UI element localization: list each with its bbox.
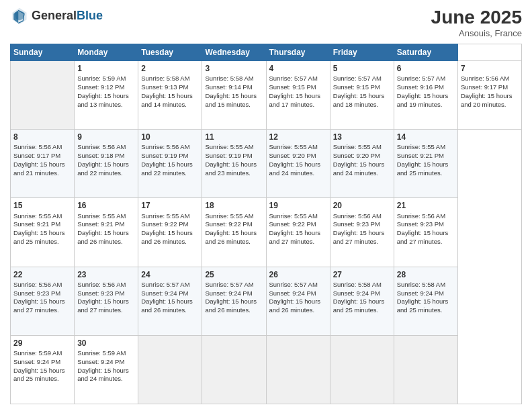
day-header: Saturday: [394, 44, 457, 61]
day-number: 25: [205, 269, 263, 280]
daylight-text: Daylight: 15 hours and 19 minutes.: [397, 92, 449, 108]
sunrise-text: Sunrise: 5:55 AM: [269, 143, 318, 150]
calendar-cell: 30Sunrise: 5:59 AMSunset: 9:24 PMDayligh…: [75, 335, 138, 404]
sunset-text: Sunset: 9:17 PM: [461, 83, 508, 91]
logo-text-block: GeneralBlue: [32, 9, 103, 23]
sunset-text: Sunset: 9:23 PM: [13, 289, 60, 297]
day-number: 2: [141, 63, 199, 74]
daylight-text: Daylight: 15 hours and 22 minutes.: [77, 161, 129, 177]
calendar-cell: 20Sunrise: 5:56 AMSunset: 9:23 PMDayligh…: [330, 198, 394, 267]
sunrise-text: Sunrise: 5:56 AM: [461, 75, 509, 82]
daylight-text: Daylight: 15 hours and 24 minutes.: [333, 161, 385, 177]
day-number: 27: [333, 269, 391, 280]
day-header: Sunday: [11, 44, 75, 61]
sunrise-text: Sunrise: 5:56 AM: [333, 212, 382, 220]
calendar-cell: [330, 335, 394, 404]
sunrise-text: Sunrise: 5:55 AM: [13, 212, 62, 220]
calendar-cell: 19Sunrise: 5:55 AMSunset: 9:22 PMDayligh…: [266, 198, 330, 267]
sunrise-text: Sunrise: 5:55 AM: [77, 212, 126, 220]
calendar-cell: 8Sunrise: 5:56 AMSunset: 9:17 PMDaylight…: [11, 130, 75, 198]
logo-general: General: [32, 9, 77, 22]
sunset-text: Sunset: 9:24 PM: [77, 358, 124, 365]
sunset-text: Sunset: 9:21 PM: [397, 152, 444, 159]
sunset-text: Sunset: 9:24 PM: [397, 289, 444, 297]
calendar-cell: 2Sunrise: 5:58 AMSunset: 9:13 PMDaylight…: [138, 61, 202, 130]
calendar: SundayMondayTuesdayWednesdayThursdayFrid…: [10, 44, 522, 404]
sunrise-text: Sunrise: 5:59 AM: [77, 349, 126, 357]
sunset-text: Sunset: 9:20 PM: [269, 152, 316, 159]
day-header: Tuesday: [138, 44, 202, 61]
sunrise-text: Sunrise: 5:59 AM: [77, 75, 126, 82]
calendar-cell: 25Sunrise: 5:57 AMSunset: 9:24 PMDayligh…: [202, 267, 266, 335]
sunset-text: Sunset: 9:14 PM: [205, 83, 252, 91]
sunset-text: Sunset: 9:17 PM: [13, 152, 60, 159]
daylight-text: Daylight: 15 hours and 23 minutes.: [205, 161, 257, 177]
calendar-cell: 3Sunrise: 5:58 AMSunset: 9:14 PMDaylight…: [202, 61, 266, 130]
calendar-header-row: SundayMondayTuesdayWednesdayThursdayFrid…: [11, 44, 522, 61]
sunrise-text: Sunrise: 5:57 AM: [141, 281, 189, 288]
calendar-cell: 21Sunrise: 5:56 AMSunset: 9:23 PMDayligh…: [394, 198, 457, 267]
calendar-cell: 10Sunrise: 5:56 AMSunset: 9:19 PMDayligh…: [138, 130, 202, 198]
sunrise-text: Sunrise: 5:58 AM: [333, 281, 382, 288]
sunset-text: Sunset: 9:15 PM: [269, 83, 316, 91]
location: Ansouis, France: [431, 28, 522, 38]
calendar-cell: 5Sunrise: 5:57 AMSunset: 9:15 PMDaylight…: [330, 61, 394, 130]
day-number: 17: [141, 200, 199, 211]
daylight-text: Daylight: 15 hours and 14 minutes.: [141, 92, 193, 108]
calendar-cell: [11, 61, 75, 130]
sunset-text: Sunset: 9:16 PM: [397, 83, 444, 91]
sunset-text: Sunset: 9:19 PM: [141, 152, 188, 159]
day-number: 5: [333, 63, 391, 74]
sunrise-text: Sunrise: 5:56 AM: [13, 281, 62, 288]
day-number: 20: [333, 200, 391, 211]
day-number: 9: [77, 132, 135, 142]
sunset-text: Sunset: 9:21 PM: [13, 220, 60, 228]
day-number: 23: [77, 269, 135, 280]
daylight-text: Daylight: 15 hours and 25 minutes.: [333, 298, 385, 314]
daylight-text: Daylight: 15 hours and 26 minutes.: [269, 298, 321, 314]
sunrise-text: Sunrise: 5:56 AM: [397, 212, 445, 220]
title-block: June 2025 Ansouis, France: [431, 7, 522, 38]
logo-icon: [10, 7, 29, 26]
daylight-text: Daylight: 15 hours and 17 minutes.: [269, 92, 321, 108]
calendar-cell: 26Sunrise: 5:57 AMSunset: 9:24 PMDayligh…: [266, 267, 330, 335]
daylight-text: Daylight: 15 hours and 15 minutes.: [205, 92, 257, 108]
sunrise-text: Sunrise: 5:55 AM: [205, 212, 253, 220]
sunset-text: Sunset: 9:13 PM: [141, 83, 188, 91]
day-number: 4: [269, 63, 327, 74]
sunset-text: Sunset: 9:18 PM: [77, 152, 124, 159]
calendar-cell: 18Sunrise: 5:55 AMSunset: 9:22 PMDayligh…: [202, 198, 266, 267]
day-number: 18: [205, 200, 263, 211]
sunrise-text: Sunrise: 5:56 AM: [77, 143, 126, 150]
page: GeneralBlue June 2025 Ansouis, France Su…: [0, 0, 532, 411]
sunset-text: Sunset: 9:19 PM: [205, 152, 252, 159]
calendar-week-row: 15Sunrise: 5:55 AMSunset: 9:21 PMDayligh…: [11, 198, 522, 267]
daylight-text: Daylight: 15 hours and 26 minutes.: [205, 298, 257, 314]
calendar-week-row: 8Sunrise: 5:56 AMSunset: 9:17 PMDaylight…: [11, 130, 522, 198]
daylight-text: Daylight: 15 hours and 27 minutes.: [397, 229, 449, 245]
sunrise-text: Sunrise: 5:55 AM: [141, 212, 189, 220]
daylight-text: Daylight: 15 hours and 25 minutes.: [13, 229, 65, 245]
sunrise-text: Sunrise: 5:56 AM: [13, 143, 62, 150]
logo-blue: Blue: [77, 9, 103, 22]
sunrise-text: Sunrise: 5:57 AM: [205, 281, 253, 288]
sunset-text: Sunset: 9:24 PM: [205, 289, 252, 297]
daylight-text: Daylight: 15 hours and 25 minutes.: [397, 298, 449, 314]
header: GeneralBlue June 2025 Ansouis, France: [10, 7, 522, 38]
month-title: June 2025: [431, 7, 522, 28]
calendar-cell: 29Sunrise: 5:59 AMSunset: 9:24 PMDayligh…: [11, 335, 75, 404]
daylight-text: Daylight: 15 hours and 24 minutes.: [269, 161, 321, 177]
daylight-text: Daylight: 15 hours and 24 minutes.: [77, 367, 129, 383]
calendar-cell: 7Sunrise: 5:56 AMSunset: 9:17 PMDaylight…: [457, 61, 521, 130]
day-number: 10: [141, 132, 199, 142]
day-number: 28: [397, 269, 455, 280]
logo: GeneralBlue: [10, 7, 103, 26]
calendar-cell: [138, 335, 202, 404]
calendar-cell: 1Sunrise: 5:59 AMSunset: 9:12 PMDaylight…: [75, 61, 138, 130]
daylight-text: Daylight: 15 hours and 26 minutes.: [141, 298, 193, 314]
sunrise-text: Sunrise: 5:57 AM: [397, 75, 445, 82]
daylight-text: Daylight: 15 hours and 13 minutes.: [77, 92, 129, 108]
day-number: 14: [397, 132, 455, 142]
sunset-text: Sunset: 9:24 PM: [269, 289, 316, 297]
logo-line1: GeneralBlue: [32, 9, 103, 23]
